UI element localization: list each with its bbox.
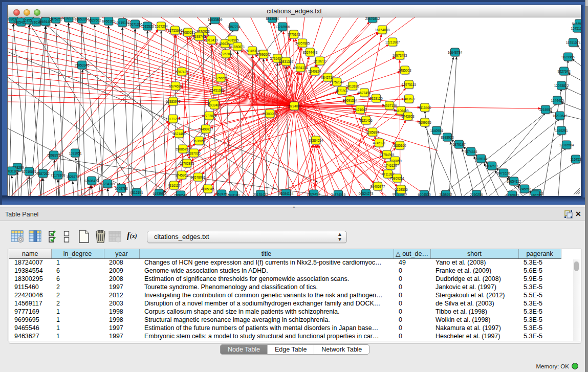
svg-text:00524278: 00524278 <box>359 192 374 195</box>
svg-text:6475255: 6475255 <box>50 17 62 21</box>
svg-text:12975115: 12975115 <box>402 83 416 86</box>
svg-text:5158506: 5158506 <box>395 188 408 191</box>
svg-text:9227343: 9227343 <box>558 70 571 73</box>
svg-text:16648784: 16648784 <box>448 51 463 54</box>
svg-text:9474444: 9474444 <box>465 150 477 154</box>
svg-text:4316117: 4316117 <box>168 184 181 187</box>
svg-text:1575107: 1575107 <box>571 27 581 30</box>
svg-text:74367136: 74367136 <box>382 104 397 107</box>
svg-text:2260256: 2260256 <box>470 193 483 196</box>
svg-text:10654112: 10654112 <box>507 180 521 183</box>
svg-text:80831367: 80831367 <box>279 60 294 63</box>
svg-text:10671355: 10671355 <box>128 23 143 26</box>
svg-text:98084124: 98084124 <box>279 192 294 195</box>
svg-text:73178108: 73178108 <box>51 173 66 177</box>
svg-text:5098393: 5098393 <box>48 154 60 157</box>
svg-text:4005045: 4005045 <box>202 187 214 191</box>
svg-text:75869261: 75869261 <box>390 177 405 180</box>
svg-text:85574443: 85574443 <box>303 51 318 54</box>
svg-text:12213967: 12213967 <box>385 40 400 44</box>
svg-text:1627204: 1627204 <box>155 25 168 28</box>
svg-text:87234309: 87234309 <box>100 182 115 186</box>
svg-text:7770143: 7770143 <box>288 33 300 36</box>
svg-text:18724007: 18724007 <box>287 104 302 108</box>
svg-text:34957885: 34957885 <box>295 41 310 45</box>
svg-text:20876812: 20876812 <box>365 17 380 20</box>
svg-text:1745961: 1745961 <box>176 173 188 177</box>
svg-text:60385977: 60385977 <box>166 100 181 103</box>
svg-text:4216073: 4216073 <box>506 193 519 196</box>
svg-text:1527602: 1527602 <box>89 18 101 22</box>
svg-text:5674680: 5674680 <box>169 84 182 88</box>
svg-text:57262849: 57262849 <box>219 52 234 56</box>
svg-text:2935114: 2935114 <box>475 157 488 161</box>
svg-text:49894134: 49894134 <box>293 66 308 70</box>
svg-text:55886753: 55886753 <box>176 147 190 151</box>
svg-text:8677496: 8677496 <box>358 91 371 95</box>
svg-text:7346706: 7346706 <box>529 193 542 196</box>
svg-text:4711382: 4711382 <box>382 172 395 176</box>
svg-text:5009788: 5009788 <box>115 187 128 190</box>
svg-text:2787429: 2787429 <box>176 70 188 74</box>
svg-text:16033809: 16033809 <box>208 18 223 21</box>
svg-text:16154808: 16154808 <box>375 28 390 32</box>
svg-text:99091334: 99091334 <box>343 99 358 102</box>
svg-text:6204505: 6204505 <box>418 193 431 196</box>
svg-text:4745171: 4745171 <box>373 141 386 145</box>
svg-text:0812191: 0812191 <box>130 191 143 194</box>
svg-text:1671902: 1671902 <box>336 89 349 93</box>
svg-text:9413186: 9413186 <box>346 84 359 88</box>
svg-text:1491905: 1491905 <box>226 38 239 42</box>
svg-text:62702895: 62702895 <box>180 162 194 165</box>
svg-text:9521456: 9521456 <box>360 119 373 122</box>
svg-text:8471626: 8471626 <box>497 171 510 175</box>
svg-text:25135427: 25135427 <box>253 193 268 196</box>
svg-text:3215953: 3215953 <box>539 108 552 112</box>
svg-text:76945314: 76945314 <box>245 49 260 53</box>
svg-text:1244415: 1244415 <box>551 99 564 102</box>
svg-text:15751074: 15751074 <box>566 41 581 45</box>
svg-text:6466161: 6466161 <box>102 19 115 23</box>
svg-text:3158692: 3158692 <box>440 193 452 196</box>
svg-text:9245652: 9245652 <box>518 187 531 191</box>
svg-text:9329966: 9329966 <box>562 55 575 59</box>
svg-text:37631165: 37631165 <box>8 169 19 173</box>
svg-text:6193990: 6193990 <box>153 192 166 195</box>
svg-text:1326773: 1326773 <box>67 175 79 179</box>
svg-text:02606474: 02606474 <box>84 179 99 183</box>
svg-text:9912419: 9912419 <box>205 38 218 42</box>
svg-text:1569291: 1569291 <box>555 129 568 133</box>
svg-text:12093822: 12093822 <box>554 84 569 87</box>
svg-text:8813054: 8813054 <box>266 17 279 20</box>
svg-text:5240824: 5240824 <box>309 70 321 73</box>
svg-text:67737826: 67737826 <box>202 114 217 118</box>
svg-text:1031051: 1031051 <box>69 151 82 155</box>
svg-text:6879197: 6879197 <box>453 143 466 146</box>
svg-text:25300203: 25300203 <box>263 112 277 116</box>
svg-text:10653267: 10653267 <box>75 17 90 21</box>
svg-text:17080531: 17080531 <box>181 31 195 34</box>
svg-text:16210643: 16210643 <box>553 114 568 118</box>
svg-text:1746120: 1746120 <box>384 164 397 167</box>
svg-text:9421047: 9421047 <box>354 108 367 112</box>
svg-text:7991183: 7991183 <box>227 193 240 196</box>
svg-text:7485003: 7485003 <box>399 69 411 72</box>
svg-text:71756551: 71756551 <box>213 76 228 80</box>
svg-text:116753: 116753 <box>571 158 581 161</box>
svg-text:1824493: 1824493 <box>308 192 320 196</box>
svg-text:04499727: 04499727 <box>199 127 213 131</box>
svg-text:1640954: 1640954 <box>430 129 443 133</box>
svg-text:3518233: 3518233 <box>314 59 326 63</box>
svg-text:86578091: 86578091 <box>191 176 206 179</box>
svg-text:15451680: 15451680 <box>210 89 225 92</box>
svg-text:17016504: 17016504 <box>559 143 574 147</box>
svg-text:0842710: 0842710 <box>321 76 334 79</box>
svg-text:6998543: 6998543 <box>175 193 187 196</box>
svg-text:37996507: 37996507 <box>256 53 271 56</box>
svg-text:9115460: 9115460 <box>419 106 431 110</box>
svg-text:9463627: 9463627 <box>403 97 416 101</box>
svg-text:34874016: 34874016 <box>331 193 346 196</box>
svg-text:96405377: 96405377 <box>371 185 385 188</box>
svg-text:9821465: 9821465 <box>173 132 186 136</box>
svg-text:51850671: 51850671 <box>230 45 245 49</box>
